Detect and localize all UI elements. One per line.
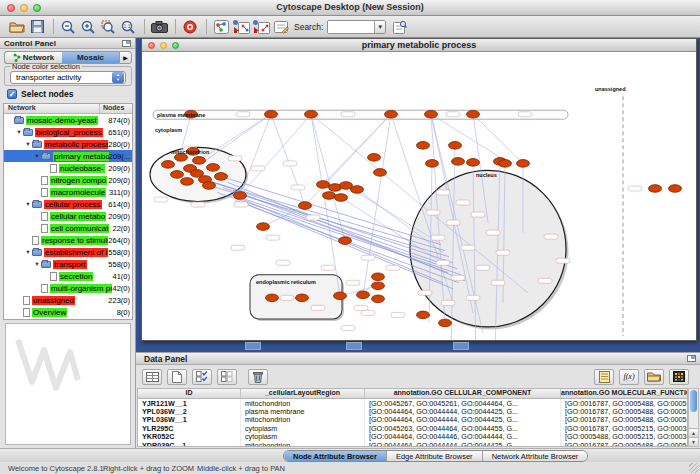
column-header-id[interactable]: ID: [138, 389, 241, 398]
network-node[interactable]: [417, 311, 430, 319]
expander-icon[interactable]: ▼: [33, 153, 41, 159]
birdseye-view[interactable]: [5, 323, 131, 445]
tab-network-attribute-browser[interactable]: Network Attribute Browser: [482, 451, 588, 461]
network-node[interactable]: [649, 185, 662, 193]
network-node[interactable]: [317, 181, 330, 189]
network-node[interactable]: [426, 160, 439, 168]
tree-row[interactable]: ▼primary metabo209(...: [4, 150, 132, 162]
scroll-up-button[interactable]: ▲: [689, 428, 698, 437]
annotation-icon[interactable]: [272, 18, 290, 36]
float-panel-icon[interactable]: [122, 40, 131, 47]
select-nodes-checkbox[interactable]: ✓: [7, 89, 17, 99]
network-node[interactable]: [372, 295, 385, 303]
network-node[interactable]: [372, 282, 385, 290]
attribute-table-icon[interactable]: [142, 369, 162, 385]
expander-icon[interactable]: ▼: [33, 261, 41, 267]
scroll-down-button[interactable]: ▼: [689, 437, 698, 446]
unselect-attributes-icon[interactable]: [217, 369, 237, 385]
tree-row[interactable]: ▼metabolic process280(0): [4, 138, 132, 150]
network-node[interactable]: [467, 110, 480, 118]
search-input[interactable]: [328, 21, 374, 33]
network-node[interactable]: [323, 192, 336, 200]
zoom-fit-icon[interactable]: 1:1: [119, 18, 137, 36]
tree-row[interactable]: macromolecule311(0): [4, 186, 132, 198]
tab-node-attribute-browser[interactable]: Node Attribute Browser: [284, 451, 386, 461]
import-attributes-icon[interactable]: [644, 369, 664, 385]
attribute-notes-icon[interactable]: [594, 369, 614, 385]
import-table-icon[interactable]: [252, 18, 270, 36]
network-node[interactable]: [499, 160, 512, 168]
network-node[interactable]: [439, 319, 452, 327]
tree-row[interactable]: unassigned223(0): [4, 294, 132, 306]
tree-row[interactable]: nitrogen compo209(0): [4, 174, 132, 186]
network-node[interactable]: [257, 223, 270, 231]
search-dropdown-arrow[interactable]: ▼: [374, 21, 385, 33]
network-node[interactable]: [193, 157, 206, 165]
save-session-icon[interactable]: [28, 18, 46, 36]
data-panel-float-icon[interactable]: [687, 355, 696, 362]
network-node[interactable]: [452, 158, 465, 166]
column-header-region[interactable]: _cellularLayoutRegion: [241, 389, 365, 398]
tree-row[interactable]: ▼biological_process651(0): [4, 126, 132, 138]
expander-icon[interactable]: ▼: [24, 201, 32, 207]
network-node[interactable]: [467, 159, 480, 167]
manage-networks-icon[interactable]: [212, 18, 230, 36]
network-node[interactable]: [265, 110, 278, 118]
network-node[interactable]: [234, 192, 247, 200]
zoom-selected-icon[interactable]: [99, 18, 117, 36]
zoom-out-icon[interactable]: [59, 18, 77, 36]
network-node[interactable]: [425, 110, 438, 118]
open-session-icon[interactable]: [8, 18, 26, 36]
network-node[interactable]: [215, 173, 228, 181]
tree-row[interactable]: multi-organism pro42(0): [4, 282, 132, 294]
tree-row[interactable]: ▼transport558(0): [4, 258, 132, 270]
resize-grip[interactable]: [689, 463, 699, 473]
network-node[interactable]: [203, 182, 216, 190]
network-node[interactable]: [357, 291, 370, 299]
network-node[interactable]: [266, 294, 279, 302]
tree-row[interactable]: Overview8(0): [4, 306, 132, 318]
column-header-molecular-function[interactable]: annotation.GO MOLECULAR_FUNCTION: [561, 389, 687, 398]
tree-column-network[interactable]: Network: [4, 104, 99, 113]
scrollbar-thumb[interactable]: [690, 390, 697, 412]
attribute-function-icon[interactable]: f(x): [619, 369, 639, 385]
expander-icon[interactable]: ▼: [24, 249, 32, 255]
network-node[interactable]: [171, 171, 184, 179]
network-node[interactable]: [207, 164, 220, 172]
select-attributes-icon[interactable]: [192, 369, 212, 385]
tree-row[interactable]: response to stimulu264(0): [4, 234, 132, 246]
network-node[interactable]: [374, 169, 387, 177]
tree-row[interactable]: mosaic-demo-yeast874(0): [4, 114, 132, 126]
tree-row[interactable]: secretion41(0): [4, 270, 132, 282]
network-node[interactable]: [162, 161, 175, 169]
column-header-cellular-component[interactable]: annotation.GO CELLULAR_COMPONENT: [365, 389, 561, 398]
attribute-matrix-icon[interactable]: [669, 369, 689, 385]
tree-row[interactable]: nucleobase-209(0): [4, 162, 132, 174]
tab-edge-attribute-browser[interactable]: Edge Attribute Browser: [386, 451, 482, 461]
network-node[interactable]: [368, 154, 381, 162]
network-node[interactable]: [669, 185, 682, 193]
node-color-dropdown[interactable]: transporter activity ▲▼: [10, 71, 126, 84]
network-node[interactable]: [335, 194, 348, 202]
import-network-icon[interactable]: [232, 18, 250, 36]
network-node[interactable]: [385, 110, 398, 118]
new-attribute-icon[interactable]: [167, 369, 187, 385]
expander-icon[interactable]: ▼: [24, 141, 32, 147]
network-window-titlebar[interactable]: primary metabolic process: [142, 39, 696, 52]
help-ring-icon[interactable]: [181, 18, 199, 36]
network-node[interactable]: [517, 160, 530, 168]
table-scrollbar[interactable]: ▲ ▼: [688, 388, 699, 447]
delete-attribute-icon[interactable]: [248, 369, 268, 385]
network-node[interactable]: [372, 273, 385, 281]
camera-snapshot-icon[interactable]: [150, 18, 168, 36]
search-options-icon[interactable]: [391, 18, 409, 36]
network-node[interactable]: [417, 142, 430, 150]
tree-row[interactable]: cell communicat22(0): [4, 222, 132, 234]
tree-row[interactable]: cellular metabo209(0): [4, 210, 132, 222]
network-canvas[interactable]: plasma membranecytoplasmmitochondrionnuc…: [143, 52, 695, 340]
network-node[interactable]: [296, 294, 309, 302]
network-node[interactable]: [334, 292, 347, 300]
tree-column-nodes[interactable]: Nodes: [99, 104, 132, 113]
network-node[interactable]: [305, 110, 318, 118]
network-node[interactable]: [449, 142, 462, 150]
